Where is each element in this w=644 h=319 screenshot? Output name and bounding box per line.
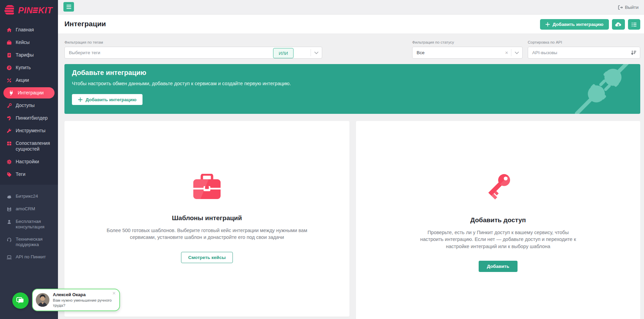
sidebar-item-tariffs[interactable]: Тарифы: [0, 49, 58, 61]
sidebar-item-label: Интеграции: [18, 90, 44, 96]
status-filter-label: Фильтрация по статусу: [412, 40, 454, 44]
ruble-circle-icon: [6, 65, 12, 71]
sidebar-main-nav: Главная Кейсы Тарифы Купить: [0, 19, 58, 181]
sidebar-item-label: Тарифы: [16, 52, 34, 58]
grid-icon: [6, 141, 12, 146]
logout-icon: [618, 5, 623, 10]
sidebar-item-amocrm[interactable]: amoCRM: [0, 203, 58, 215]
access-card: Добавить доступ Проверьте, есть ли у Пин…: [356, 121, 640, 319]
card-title: Шаблоны интеграций: [172, 214, 242, 222]
wrench-icon: [6, 128, 12, 134]
key-icon: [6, 103, 12, 108]
or-toggle-button[interactable]: ИЛИ: [273, 48, 294, 58]
add-access-button[interactable]: Добавить: [479, 261, 517, 272]
laptop-icon: [6, 255, 12, 260]
sidebar-item-label: Акции: [16, 77, 29, 83]
chat-close-icon[interactable]: ✕: [112, 291, 116, 296]
sidebar-item-integrations[interactable]: Интеграции: [3, 87, 55, 98]
sort-descending-icon[interactable]: [627, 50, 640, 55]
list-view-button[interactable]: [628, 19, 640, 30]
chevron-down-icon[interactable]: [511, 51, 522, 54]
logout-label: Выйти: [625, 5, 639, 10]
pinkit-logo[interactable]: PINKIT: [0, 0, 58, 19]
plus-icon: [78, 97, 83, 102]
logo-text: PINKIT: [18, 5, 53, 15]
sidebar-item-label: API по Пинкит: [16, 254, 46, 260]
cloud-icon: [6, 194, 12, 199]
key-large-icon: [482, 170, 514, 202]
sidebar-item-tools[interactable]: Инструменты: [0, 124, 58, 137]
sidebar-item-settings[interactable]: Настройки: [0, 155, 58, 168]
card-text: Проверьте, есть ли у Пинкит доступ к ваш…: [420, 229, 576, 250]
sort-api-label: Сортировка по API: [528, 40, 562, 44]
hammer-icon: [6, 116, 12, 121]
view-cases-button[interactable]: Смотреть кейсы: [181, 252, 233, 263]
tag-icon: [6, 172, 12, 177]
status-filter-select[interactable]: Все ✕: [412, 47, 523, 59]
chevron-down-icon[interactable]: [311, 51, 322, 54]
briefcase-large-icon: [192, 174, 222, 200]
pinkit-logo-icon: [4, 4, 16, 16]
sidebar-item-label: Бесплатная консультация: [16, 219, 55, 230]
templates-card: Шаблоны интеграций Более 500 готовых шаб…: [64, 121, 349, 317]
page-title: Интеграции: [64, 20, 106, 28]
chat-agent-name: Алексей Окара: [53, 292, 116, 297]
briefcase-icon: [6, 40, 12, 45]
list-icon: [631, 22, 637, 27]
tags-filter-label: Фильтрация по тегам: [64, 40, 103, 44]
banner-title: Добавьте интеграцию: [72, 69, 146, 77]
tariff-doc-icon: [6, 52, 12, 58]
sidebar-item-cases[interactable]: Кейсы: [0, 36, 58, 49]
chat-bubbles-icon: [16, 297, 25, 305]
sidebar-item-api[interactable]: API по Пинкит: [0, 251, 58, 263]
sidebar-item-label: Техническая поддержка: [16, 237, 55, 247]
sidebar-item-promos[interactable]: Акции: [0, 74, 58, 87]
chat-popup-body: Алексей Окара Вам нужно уменьшение ручно…: [53, 292, 116, 308]
sidebar-item-free-consult[interactable]: Бесплатная консультация: [0, 215, 58, 233]
hamburger-menu-button[interactable]: [63, 2, 74, 12]
sidebar-item-buy[interactable]: Купить: [0, 61, 58, 74]
cloud-download-icon: [615, 22, 622, 27]
sidebar-item-main[interactable]: Главная: [0, 24, 58, 36]
percent-icon: [6, 78, 12, 83]
sidebar-item-label: Настройки: [16, 159, 39, 165]
home-icon: [6, 27, 12, 33]
banner-add-integration-button[interactable]: Добавить интеграцию: [72, 94, 143, 105]
sidebar-item-label: Доступы: [16, 103, 35, 108]
plug-illustration: [562, 64, 640, 114]
plug-icon: [8, 90, 14, 96]
sidebar-item-label: Пинкитбилдер: [16, 115, 48, 121]
chat-popup[interactable]: Алексей Окара Вам нужно уменьшение ручно…: [32, 289, 120, 311]
banner-text: Чтобы настроить обмен данными, добавьте …: [72, 81, 291, 86]
sidebar-item-entity-mapping[interactable]: Сопоставления сущностей: [0, 137, 58, 155]
disk-icon: [6, 207, 12, 212]
sort-api-value: API-вызовы: [528, 50, 627, 55]
chat-agent-avatar: [36, 293, 49, 307]
sidebar-item-accesses[interactable]: Доступы: [0, 99, 58, 112]
sidebar-item-tech-support[interactable]: Техническая поддержка: [0, 233, 58, 251]
sidebar: PINKIT Главная Кейсы Тарифы: [0, 0, 58, 319]
chat-launcher-button[interactable]: [12, 292, 29, 309]
sidebar-item-label: Инструменты: [16, 128, 45, 134]
card-text: Более 500 готовых шаблонов. Выберите гот…: [101, 227, 313, 241]
sidebar-item-label: Битрикс24: [16, 194, 38, 199]
cloud-download-button[interactable]: [612, 19, 625, 30]
add-integration-button[interactable]: Добавить интеграцию: [540, 19, 609, 30]
top-strip: Выйти: [58, 0, 644, 15]
person-icon: [6, 219, 12, 225]
clear-icon[interactable]: ✕: [502, 50, 511, 55]
title-bar-actions: Добавить интеграцию: [540, 19, 640, 30]
add-integration-banner: Добавьте интеграцию Чтобы настроить обме…: [64, 64, 640, 114]
plus-icon: [545, 22, 550, 27]
logout-button[interactable]: Выйти: [618, 0, 639, 15]
headset-icon: [6, 237, 12, 242]
status-filter-value: Все: [413, 50, 502, 55]
chat-message: Вам нужно уменьшение ручного труда?: [53, 298, 116, 308]
sort-api-select[interactable]: API-вызовы: [528, 47, 640, 59]
gear-icon: [6, 159, 12, 165]
sidebar-item-pinkitbuilder[interactable]: Пинкитбилдер: [0, 112, 58, 124]
sidebar-item-tags[interactable]: Теги: [0, 168, 58, 181]
sidebar-item-label: Купить: [16, 65, 31, 71]
sidebar-item-bitrix24[interactable]: Битрикс24: [0, 190, 58, 203]
sidebar-item-label: Теги: [16, 171, 25, 177]
